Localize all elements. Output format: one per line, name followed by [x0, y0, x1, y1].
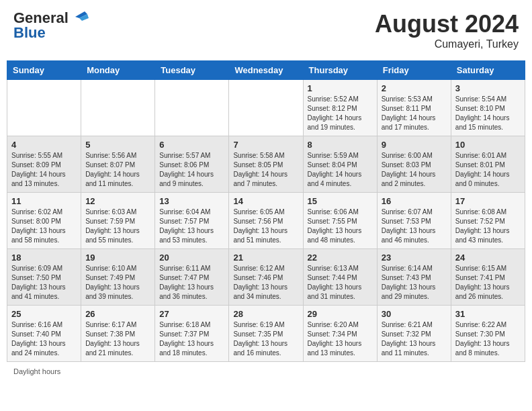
table-row [81, 80, 155, 136]
day-info: Sunrise: 6:09 AM Sunset: 7:50 PM Dayligh… [11, 264, 77, 302]
table-row: 16Sunrise: 6:07 AM Sunset: 7:53 PM Dayli… [377, 193, 451, 249]
day-number: 16 [382, 196, 447, 206]
day-info: Sunrise: 6:07 AM Sunset: 7:53 PM Dayligh… [382, 208, 447, 245]
table-row [155, 80, 229, 136]
table-row: 27Sunrise: 6:18 AM Sunset: 7:37 PM Dayli… [155, 306, 229, 362]
footer: Daylight hours [7, 367, 525, 375]
daylight-hours-label: Daylight hours [13, 367, 60, 375]
table-row: 24Sunrise: 6:15 AM Sunset: 7:41 PM Dayli… [451, 249, 525, 306]
table-row: 30Sunrise: 6:21 AM Sunset: 7:32 PM Dayli… [377, 306, 451, 362]
logo-bird-icon [70, 7, 90, 26]
table-row: 31Sunrise: 6:22 AM Sunset: 7:30 PM Dayli… [451, 306, 525, 362]
day-info: Sunrise: 6:11 AM Sunset: 7:47 PM Dayligh… [159, 264, 224, 302]
day-number: 11 [11, 196, 77, 206]
header-friday: Friday [377, 61, 451, 80]
day-info: Sunrise: 6:18 AM Sunset: 7:37 PM Dayligh… [159, 320, 224, 358]
day-info: Sunrise: 6:02 AM Sunset: 8:00 PM Dayligh… [11, 208, 77, 245]
table-row: 4Sunrise: 5:55 AM Sunset: 8:09 PM Daylig… [7, 136, 81, 193]
day-info: Sunrise: 6:05 AM Sunset: 7:56 PM Dayligh… [233, 208, 298, 245]
table-row: 19Sunrise: 6:10 AM Sunset: 7:49 PM Dayli… [81, 249, 155, 306]
month-year-title: August 2024 [375, 10, 519, 38]
day-info: Sunrise: 6:13 AM Sunset: 7:44 PM Dayligh… [308, 264, 373, 302]
day-number: 29 [308, 309, 373, 319]
day-info: Sunrise: 5:57 AM Sunset: 8:06 PM Dayligh… [159, 151, 224, 189]
day-number: 28 [233, 309, 298, 319]
location-subtitle: Cumayeri, Turkey [375, 38, 519, 50]
table-row: 8Sunrise: 5:59 AM Sunset: 8:04 PM Daylig… [303, 136, 377, 193]
table-row: 21Sunrise: 6:12 AM Sunset: 7:46 PM Dayli… [229, 249, 303, 306]
day-info: Sunrise: 6:06 AM Sunset: 7:55 PM Dayligh… [308, 208, 373, 245]
day-number: 13 [159, 196, 224, 206]
day-number: 1 [308, 83, 373, 93]
table-row: 26Sunrise: 6:17 AM Sunset: 7:38 PM Dayli… [81, 306, 155, 362]
day-info: Sunrise: 6:15 AM Sunset: 7:41 PM Dayligh… [455, 264, 521, 302]
day-info: Sunrise: 6:21 AM Sunset: 7:32 PM Dayligh… [382, 320, 447, 358]
calendar-week-2: 4Sunrise: 5:55 AM Sunset: 8:09 PM Daylig… [7, 136, 525, 193]
day-number: 14 [233, 196, 298, 206]
day-number: 9 [382, 140, 447, 150]
table-row: 29Sunrise: 6:20 AM Sunset: 7:34 PM Dayli… [303, 306, 377, 362]
calendar-header-row: Sunday Monday Tuesday Wednesday Thursday… [7, 61, 525, 80]
table-row: 5Sunrise: 5:56 AM Sunset: 8:07 PM Daylig… [81, 136, 155, 193]
day-info: Sunrise: 5:55 AM Sunset: 8:09 PM Dayligh… [11, 151, 77, 189]
day-info: Sunrise: 5:59 AM Sunset: 8:04 PM Dayligh… [308, 151, 373, 189]
day-number: 25 [11, 309, 77, 319]
calendar-table: Sunday Monday Tuesday Wednesday Thursday… [7, 60, 525, 362]
table-row: 10Sunrise: 6:01 AM Sunset: 8:01 PM Dayli… [451, 136, 525, 193]
day-number: 26 [85, 309, 150, 319]
day-number: 24 [455, 253, 521, 263]
day-number: 4 [11, 140, 77, 150]
day-number: 15 [308, 196, 373, 206]
header-thursday: Thursday [303, 61, 377, 80]
table-row: 20Sunrise: 6:11 AM Sunset: 7:47 PM Dayli… [155, 249, 229, 306]
day-number: 6 [159, 140, 224, 150]
header-sunday: Sunday [7, 61, 81, 80]
table-row: 7Sunrise: 5:58 AM Sunset: 8:05 PM Daylig… [229, 136, 303, 193]
calendar-week-3: 11Sunrise: 6:02 AM Sunset: 8:00 PM Dayli… [7, 193, 525, 249]
day-number: 10 [455, 140, 521, 150]
table-row: 2Sunrise: 5:53 AM Sunset: 8:11 PM Daylig… [377, 80, 451, 136]
day-info: Sunrise: 6:00 AM Sunset: 8:03 PM Dayligh… [382, 151, 447, 189]
day-number: 30 [382, 309, 447, 319]
table-row [7, 80, 81, 136]
day-number: 17 [455, 196, 521, 206]
day-info: Sunrise: 5:56 AM Sunset: 8:07 PM Dayligh… [85, 151, 150, 189]
day-info: Sunrise: 5:58 AM Sunset: 8:05 PM Dayligh… [233, 151, 298, 189]
table-row: 28Sunrise: 6:19 AM Sunset: 7:35 PM Dayli… [229, 306, 303, 362]
day-number: 27 [159, 309, 224, 319]
day-info: Sunrise: 6:22 AM Sunset: 7:30 PM Dayligh… [455, 320, 521, 358]
day-number: 8 [308, 140, 373, 150]
table-row: 13Sunrise: 6:04 AM Sunset: 7:57 PM Dayli… [155, 193, 229, 249]
header-tuesday: Tuesday [155, 61, 229, 80]
day-info: Sunrise: 5:52 AM Sunset: 8:12 PM Dayligh… [308, 95, 373, 132]
day-info: Sunrise: 6:03 AM Sunset: 7:59 PM Dayligh… [85, 208, 150, 245]
day-info: Sunrise: 6:14 AM Sunset: 7:43 PM Dayligh… [382, 264, 447, 302]
table-row: 9Sunrise: 6:00 AM Sunset: 8:03 PM Daylig… [377, 136, 451, 193]
logo: General Blue [13, 10, 90, 41]
day-number: 3 [455, 83, 521, 93]
day-info: Sunrise: 6:20 AM Sunset: 7:34 PM Dayligh… [308, 320, 373, 358]
day-number: 18 [11, 253, 77, 263]
day-info: Sunrise: 5:54 AM Sunset: 8:10 PM Dayligh… [455, 95, 521, 132]
logo-text-blue: Blue [13, 25, 90, 41]
table-row: 1Sunrise: 5:52 AM Sunset: 8:12 PM Daylig… [303, 80, 377, 136]
title-section: August 2024 Cumayeri, Turkey [375, 10, 519, 50]
day-info: Sunrise: 6:01 AM Sunset: 8:01 PM Dayligh… [455, 151, 521, 189]
day-number: 5 [85, 140, 150, 150]
header-saturday: Saturday [451, 61, 525, 80]
table-row: 14Sunrise: 6:05 AM Sunset: 7:56 PM Dayli… [229, 193, 303, 249]
table-row: 23Sunrise: 6:14 AM Sunset: 7:43 PM Dayli… [377, 249, 451, 306]
day-info: Sunrise: 6:08 AM Sunset: 7:52 PM Dayligh… [455, 208, 521, 245]
day-number: 12 [85, 196, 150, 206]
calendar-week-5: 25Sunrise: 6:16 AM Sunset: 7:40 PM Dayli… [7, 306, 525, 362]
page-header: General Blue August 2024 Cumayeri, Turke… [7, 7, 525, 54]
day-info: Sunrise: 6:19 AM Sunset: 7:35 PM Dayligh… [233, 320, 298, 358]
day-info: Sunrise: 6:04 AM Sunset: 7:57 PM Dayligh… [159, 208, 224, 245]
header-monday: Monday [81, 61, 155, 80]
header-wednesday: Wednesday [229, 61, 303, 80]
day-info: Sunrise: 6:16 AM Sunset: 7:40 PM Dayligh… [11, 320, 77, 358]
table-row: 25Sunrise: 6:16 AM Sunset: 7:40 PM Dayli… [7, 306, 81, 362]
calendar-week-4: 18Sunrise: 6:09 AM Sunset: 7:50 PM Dayli… [7, 249, 525, 306]
calendar-week-1: 1Sunrise: 5:52 AM Sunset: 8:12 PM Daylig… [7, 80, 525, 136]
day-info: Sunrise: 6:12 AM Sunset: 7:46 PM Dayligh… [233, 264, 298, 302]
